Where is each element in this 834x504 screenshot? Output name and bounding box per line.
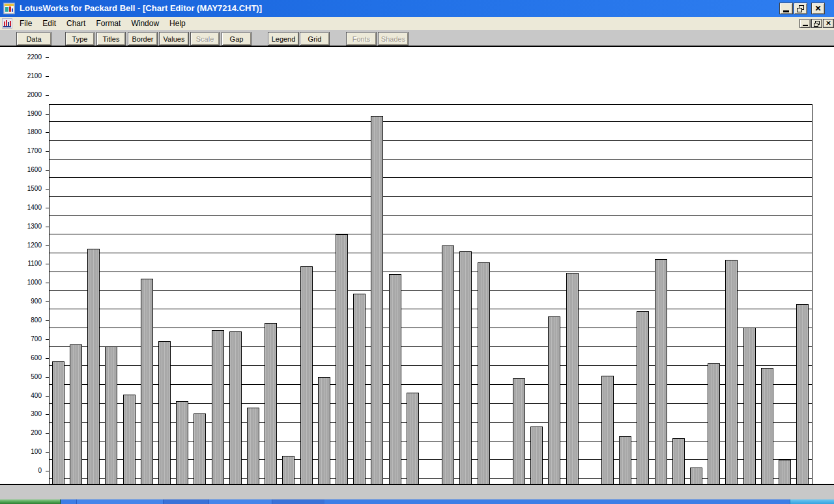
data-button[interactable]: Data [16,32,51,46]
bar [725,260,738,504]
y-tick-label: 1500 [13,186,42,192]
gridline [50,177,812,178]
menu-edit[interactable]: Edit [37,17,61,30]
bar [141,279,153,504]
gridline [50,140,812,141]
bar [52,361,65,504]
scale-button: Scale [190,32,220,46]
type-button[interactable]: Type [65,32,94,46]
gridline [50,196,812,197]
close-icon: ✕ [814,5,821,12]
y-tick [46,320,49,321]
y-tick [46,396,49,397]
window-bottom-strip [0,485,834,499]
minimize-button[interactable] [779,3,793,14]
gridline [50,328,812,328]
y-tick-label: 1600 [13,167,42,173]
plot-area [49,104,812,504]
y-tick-label: 1300 [13,223,42,230]
y-tick [46,264,49,264]
y-tick [46,245,49,246]
y-tick-label: 200 [13,430,42,436]
y-tick [46,433,49,434]
menu-help[interactable]: Help [164,17,191,30]
bar [158,341,171,504]
toolbar: Data Type Titles Border Values Scale Gap… [0,30,834,46]
y-tick-label: 0 [13,468,42,474]
taskbar[interactable] [0,499,834,504]
minimize-icon [803,25,808,26]
title-bar: LotusWorks for Packard Bell - [Chart Edi… [0,0,834,17]
y-tick [46,208,49,208]
gridline [50,159,812,160]
taskbar-button[interactable] [272,499,324,504]
bar [459,251,472,504]
close-icon: ✕ [826,20,831,27]
y-tick-label: 1200 [13,242,42,249]
y-tick-label: 400 [13,393,42,399]
bar [796,304,809,504]
y-tick-label: 2200 [13,54,42,61]
y-tick [46,114,49,115]
child-minimize-button[interactable] [799,19,811,28]
y-tick [46,151,49,152]
bar [743,328,756,504]
bar [212,330,224,504]
close-button[interactable]: ✕ [811,3,825,14]
y-tick-label: 2100 [13,73,42,79]
bar [442,245,454,504]
child-close-button[interactable]: ✕ [823,19,834,28]
menu-file[interactable]: File [14,17,37,30]
chart-document-icon [2,18,12,29]
y-tick [46,57,49,58]
y-tick-label: 1100 [13,260,42,267]
grid-button[interactable]: Grid [300,32,330,46]
system-tray[interactable] [790,499,834,504]
y-tick-label: 800 [13,317,42,324]
bar [655,259,667,504]
menu-format[interactable]: Format [91,17,126,30]
y-tick-label: 700 [13,336,42,343]
bar [371,116,383,504]
gridline [50,234,812,234]
titles-button[interactable]: Titles [96,32,126,46]
y-tick-label: 1400 [13,204,42,211]
bar [336,234,348,504]
border-button[interactable]: Border [128,32,158,46]
y-tick [46,358,49,359]
y-tick-label: 2000 [13,92,42,98]
y-tick-label: 500 [13,374,42,380]
chart-editor-canvas: 0100200300400500600700800900100011001200… [0,47,834,484]
legend-button[interactable]: Legend [268,32,299,46]
bar [478,262,490,504]
bar [300,266,313,504]
shades-button: Shades [378,32,409,46]
y-tick-label: 1800 [13,129,42,135]
y-tick [46,471,49,471]
gridline [50,272,812,272]
menu-window[interactable]: Window [126,17,164,30]
restore-button[interactable] [794,3,807,14]
menu-items: File Edit Chart Format Window Help [14,17,191,30]
taskbar-button[interactable] [208,499,272,504]
restore-icon [814,21,820,27]
y-tick-label: 100 [13,449,42,455]
menu-chart[interactable]: Chart [61,17,91,30]
y-tick [46,76,49,77]
child-restore-button[interactable] [811,19,822,28]
fonts-button: Fonts [346,32,377,46]
y-tick-label: 1700 [13,148,42,154]
gridline [50,290,812,291]
gap-button[interactable]: Gap [222,32,252,46]
app-icon [3,3,15,14]
bar [265,323,277,504]
bar [229,331,242,504]
y-tick-label: 1000 [13,279,42,286]
taskbar-button[interactable] [163,499,208,504]
taskbar-button[interactable] [76,499,163,504]
start-button[interactable] [0,499,61,504]
window-title: LotusWorks for Packard Bell - [Chart Edi… [20,0,262,17]
values-button[interactable]: Values [159,32,189,46]
gridline [50,309,812,309]
bar [70,344,82,504]
